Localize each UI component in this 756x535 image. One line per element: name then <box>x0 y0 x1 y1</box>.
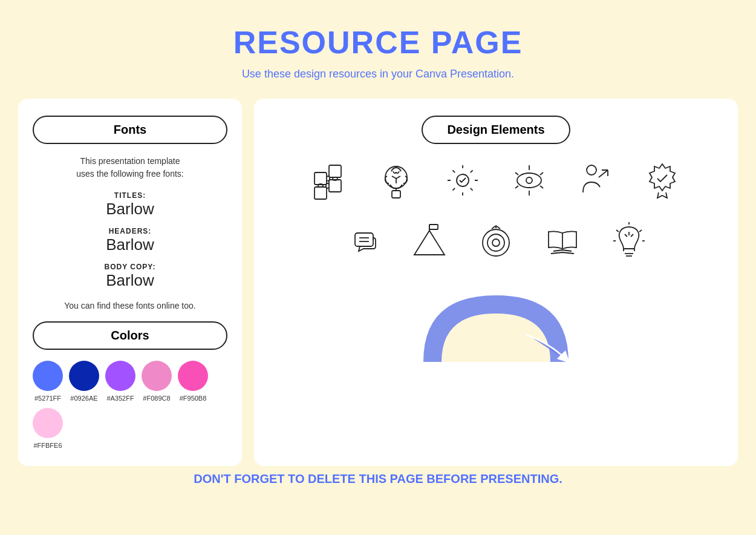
titles-font: Barlow <box>33 200 227 218</box>
color-item: #5271FF <box>33 361 63 402</box>
svg-rect-6 <box>392 191 400 198</box>
main-content: Fonts This presentation template uses th… <box>18 99 738 466</box>
svg-line-37 <box>639 230 642 232</box>
color-swatch <box>33 408 63 438</box>
color-item: #F089C8 <box>142 361 172 402</box>
svg-line-33 <box>625 234 627 237</box>
puzzle-icon <box>305 156 354 205</box>
chat-bubble-icon <box>339 217 387 265</box>
svg-line-15 <box>515 186 518 188</box>
lightbulb-icon <box>605 217 653 265</box>
titles-entry: TITLES: Barlow <box>33 191 227 218</box>
badge-check-icon <box>638 156 686 205</box>
svg-point-4 <box>385 166 407 188</box>
color-swatch <box>69 361 99 391</box>
settings-check-icon <box>438 156 487 205</box>
mountain-flag-icon <box>405 217 454 265</box>
right-panel: Design Elements <box>254 99 738 466</box>
svg-line-36 <box>616 230 619 232</box>
color-swatch <box>105 361 135 391</box>
svg-rect-1 <box>329 165 341 177</box>
fonts-description: This presentation template uses the foll… <box>33 155 227 180</box>
color-hex-label: #FFBFE6 <box>33 442 62 449</box>
svg-point-10 <box>526 177 532 183</box>
target-icon <box>472 217 520 265</box>
color-item: #F950B8 <box>178 361 208 402</box>
color-item: #A352FF <box>105 361 135 402</box>
svg-rect-18 <box>355 233 373 246</box>
headers-label: HEADERS: <box>33 227 227 235</box>
svg-rect-0 <box>314 172 327 185</box>
page-subtitle: Use these design resources in your Canva… <box>242 68 514 80</box>
page-title: RESOURCE PAGE <box>233 24 523 61</box>
color-swatch <box>142 361 172 391</box>
left-panel: Fonts This presentation template uses th… <box>18 99 242 466</box>
svg-rect-3 <box>314 187 327 199</box>
svg-rect-22 <box>429 225 438 229</box>
icons-row-2 <box>339 217 653 265</box>
open-book-icon <box>538 217 587 265</box>
design-elements-header: Design Elements <box>422 116 570 144</box>
svg-line-14 <box>540 172 543 175</box>
colors-header: Colors <box>33 321 227 350</box>
titles-label: TITLES: <box>33 191 227 200</box>
headers-entry: HEADERS: Barlow <box>33 227 227 254</box>
svg-point-9 <box>517 173 541 188</box>
color-hex-label: #F950B8 <box>180 395 207 402</box>
colors-grid: #5271FF#0926AE#A352FF#F089C8#F950B8#FFBF… <box>33 361 227 449</box>
footer-note: DON'T FORGET TO DELETE THIS PAGE BEFORE … <box>194 472 562 486</box>
color-item: #0926AE <box>69 361 99 402</box>
svg-point-25 <box>492 239 500 246</box>
color-swatch <box>178 361 208 391</box>
font-entries: TITLES: Barlow HEADERS: Barlow BODY COPY… <box>33 191 227 290</box>
body-label: BODY COPY: <box>33 263 227 271</box>
color-hex-label: #A352FF <box>106 395 134 402</box>
brain-gear-icon <box>372 156 420 205</box>
svg-line-34 <box>631 234 633 237</box>
body-font: Barlow <box>33 271 227 290</box>
icons-row-1 <box>305 156 686 205</box>
fonts-header: Fonts <box>33 116 227 144</box>
headers-font: Barlow <box>33 235 227 254</box>
fonts-note: You can find these fonts online too. <box>33 301 227 310</box>
person-arrow-icon <box>572 156 620 205</box>
svg-line-16 <box>540 186 543 188</box>
svg-point-17 <box>587 165 596 175</box>
color-swatch <box>33 361 63 391</box>
svg-point-23 <box>483 229 509 256</box>
color-hex-label: #0926AE <box>70 395 97 402</box>
color-item: #FFBFE6 <box>33 408 63 449</box>
color-hex-label: #F089C8 <box>143 395 170 402</box>
arch-decoration <box>411 283 581 368</box>
eye-rays-icon <box>505 156 553 205</box>
svg-point-24 <box>487 234 504 251</box>
body-entry: BODY COPY: Barlow <box>33 263 227 290</box>
svg-rect-2 <box>329 180 341 192</box>
color-hex-label: #5271FF <box>34 395 61 402</box>
svg-line-13 <box>515 172 518 175</box>
